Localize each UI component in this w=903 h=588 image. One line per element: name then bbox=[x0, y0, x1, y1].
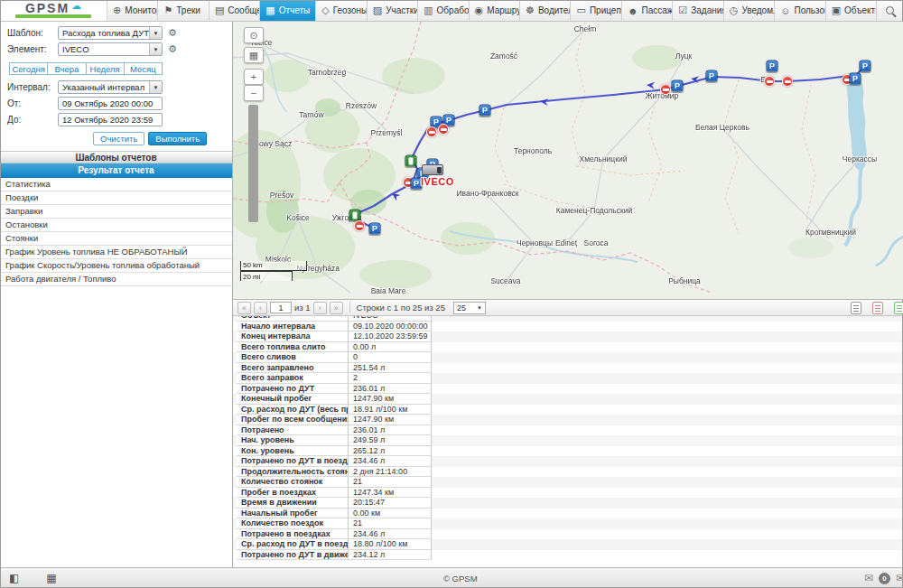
prev-page-button[interactable]: ‹ bbox=[254, 302, 267, 314]
map-layers-button[interactable]: ▦ bbox=[244, 47, 264, 63]
table-row[interactable]: Всего топлива слито 0.00 л bbox=[233, 342, 903, 353]
report-item[interactable]: Остановки bbox=[0, 219, 232, 232]
map-marker[interactable] bbox=[405, 155, 417, 167]
map-marker[interactable]: P bbox=[850, 73, 861, 85]
export-excel-icon[interactable] bbox=[894, 302, 903, 314]
map-scale-km: 50 km bbox=[240, 261, 307, 271]
last-page-button[interactable]: » bbox=[330, 302, 343, 314]
table-row[interactable]: Потрачено по ДУТ 236.01 л bbox=[233, 384, 903, 395]
map-marker[interactable]: P bbox=[672, 80, 684, 92]
nav-tab[interactable]: ▣ Объекты bbox=[825, 0, 876, 21]
template-edit-wrench-icon[interactable]: ⚙ bbox=[168, 27, 177, 39]
page-size-select[interactable]: 25 bbox=[453, 302, 486, 314]
nav-tab[interactable]: ◷ Уведомления bbox=[723, 0, 774, 21]
statistics-table[interactable]: Объект IVECO Начало интервала 09.10.2020… bbox=[233, 316, 903, 567]
nav-tab[interactable]: ▤ Сообщения bbox=[209, 0, 259, 21]
nav-tab[interactable]: ☺ Пользователи bbox=[774, 0, 824, 21]
map-zoom-out-button[interactable]: − bbox=[244, 85, 264, 101]
table-row[interactable]: Потрачено в поездках 234.46 л bbox=[233, 529, 903, 540]
table-row[interactable]: Нач. уровень 249.59 л bbox=[233, 435, 903, 446]
nav-tab[interactable]: ▭ Прицепы bbox=[570, 0, 620, 21]
table-row[interactable]: Время в движении 20:15:47 bbox=[233, 498, 903, 509]
element-select[interactable]: IVECO bbox=[58, 42, 163, 56]
page-number-input[interactable] bbox=[270, 302, 292, 313]
toggle-sidebar-icon[interactable]: ◧ bbox=[9, 572, 19, 584]
first-page-button[interactable]: « bbox=[237, 302, 251, 314]
table-row[interactable]: Начальный пробег 0.00 км bbox=[233, 509, 903, 519]
map-marker[interactable] bbox=[354, 220, 365, 231]
interval-select[interactable]: Указанный интервал bbox=[58, 80, 163, 94]
nav-tab[interactable]: ▦ Отчеты bbox=[259, 0, 315, 21]
table-row[interactable]: Потрачено по ДУТ в поездках 234.46 л bbox=[233, 456, 903, 467]
result-section-header[interactable]: Результат отчета bbox=[0, 163, 232, 178]
export-pdf-icon[interactable] bbox=[872, 302, 883, 314]
table-row[interactable]: Пробег в поездках 1247.34 км bbox=[233, 488, 903, 499]
map-scrollbar[interactable] bbox=[248, 105, 258, 222]
element-edit-wrench-icon[interactable]: ⚙ bbox=[168, 43, 177, 55]
map[interactable]: ChełmKielceZamośćЛуцкTarnobrzegЕВЖитомир… bbox=[233, 22, 903, 300]
quick-range-button[interactable]: Вчера bbox=[47, 62, 86, 75]
quick-range-button[interactable]: Сегодня bbox=[9, 62, 48, 75]
table-row[interactable]: Всего сливов 0 bbox=[233, 352, 903, 363]
nav-tab[interactable]: ⚑ Треки bbox=[157, 0, 208, 21]
report-item[interactable]: График Уровень топлива НЕ ОБРАБОТАНЫЙ bbox=[0, 246, 232, 259]
nav-tab[interactable]: ☑ Задания bbox=[672, 0, 722, 21]
table-row[interactable]: Количество поездок 21 bbox=[233, 518, 903, 529]
map-marker[interactable] bbox=[764, 76, 775, 87]
table-row[interactable]: Ср. расход по ДУТ (весь пробег) 18.91 л/… bbox=[233, 405, 903, 415]
map-marker[interactable] bbox=[426, 126, 437, 137]
table-row[interactable]: Конечный пробег 1247.90 км bbox=[233, 394, 903, 405]
table-row[interactable]: Продолжительность стоянок 2 дня 21:14:00 bbox=[233, 467, 903, 478]
report-item[interactable]: График Скорость/Уровень топлива обработа… bbox=[0, 259, 232, 273]
map-marker[interactable] bbox=[782, 76, 793, 87]
map-zoom-in-button[interactable]: + bbox=[244, 69, 264, 85]
marker-glyph: P bbox=[433, 118, 439, 126]
report-item[interactable]: Заправки bbox=[0, 205, 232, 219]
table-row[interactable]: Кон. уровень 265.12 л bbox=[233, 446, 903, 457]
report-item[interactable]: Стоянки bbox=[0, 232, 232, 246]
nav-tab[interactable]: ▥ Обработки bbox=[417, 0, 468, 21]
to-date-input[interactable]: 12 Октябрь 2020 23:59 bbox=[58, 113, 163, 126]
report-item[interactable]: Работа двигателя / Топливо bbox=[0, 273, 232, 286]
nav-tab[interactable]: ▨ Участки bbox=[367, 0, 417, 21]
nav-tab[interactable]: ◇ Геозоны bbox=[315, 0, 366, 21]
clear-button[interactable]: Очистить bbox=[93, 132, 144, 145]
print-table-icon[interactable] bbox=[851, 302, 861, 314]
nav-tab[interactable]: ⊕ Мониторинг bbox=[107, 0, 157, 21]
next-page-button[interactable]: › bbox=[313, 302, 327, 314]
table-row[interactable]: Всего заправлено 251.54 л bbox=[233, 363, 903, 374]
map-marker[interactable] bbox=[349, 210, 361, 221]
map-marker[interactable] bbox=[422, 164, 443, 175]
quick-range-button[interactable]: Месяц bbox=[124, 62, 163, 75]
templates-section-header[interactable]: Шаблоны отчетов bbox=[0, 151, 232, 163]
table-row[interactable]: Пробег по всем сообщениям 1247.90 км bbox=[233, 415, 903, 425]
from-date-input[interactable]: 09 Октябрь 2020 00:00 bbox=[58, 97, 163, 110]
table-row[interactable]: Ср. расход по ДУТ в поездках 18.80 л/100… bbox=[233, 539, 903, 550]
run-button[interactable]: Выполнить bbox=[148, 132, 207, 145]
map-marker[interactable]: P bbox=[706, 70, 718, 82]
map-marker[interactable] bbox=[438, 124, 449, 135]
messages-icon[interactable]: ✉ bbox=[864, 572, 873, 584]
grid-view-icon[interactable]: ▦ bbox=[46, 572, 56, 584]
report-item[interactable]: Поездки bbox=[0, 191, 232, 205]
nav-tab[interactable]: ☸ Водители bbox=[519, 0, 570, 21]
mail-icon[interactable]: ✉ bbox=[896, 572, 903, 584]
table-row[interactable]: Потрачено 236.01 л bbox=[233, 425, 903, 436]
quick-range-button[interactable]: Неделя bbox=[86, 62, 125, 75]
map-marker[interactable]: P bbox=[767, 61, 778, 72]
map-visibility-eye-button[interactable]: ⊙ bbox=[244, 27, 264, 43]
table-row[interactable]: Всего заправок 2 bbox=[233, 373, 903, 384]
map-marker[interactable]: P bbox=[479, 105, 491, 117]
nav-tab[interactable]: ☻ Пассажиры bbox=[621, 0, 672, 21]
table-row[interactable]: Потрачено по ДУТ в движении 234.12 л bbox=[233, 550, 903, 561]
table-row[interactable]: Начало интервала 09.10.2020 00:00:00 bbox=[233, 322, 903, 332]
table-row[interactable]: Количество стоянок 21 bbox=[233, 477, 903, 488]
table-row[interactable]: Конец интервала 12.10.2020 23:59:59 bbox=[233, 331, 903, 342]
map-marker[interactable]: P bbox=[369, 223, 381, 235]
nav-tab[interactable]: ◉ Маршруты bbox=[469, 0, 519, 21]
map-marker[interactable] bbox=[660, 84, 671, 95]
search-button[interactable] bbox=[876, 0, 903, 21]
template-select[interactable]: Расхода топлива ДУТ bbox=[58, 26, 163, 40]
report-item[interactable]: Статистика bbox=[0, 178, 232, 191]
map-marker[interactable]: P bbox=[860, 61, 871, 72]
